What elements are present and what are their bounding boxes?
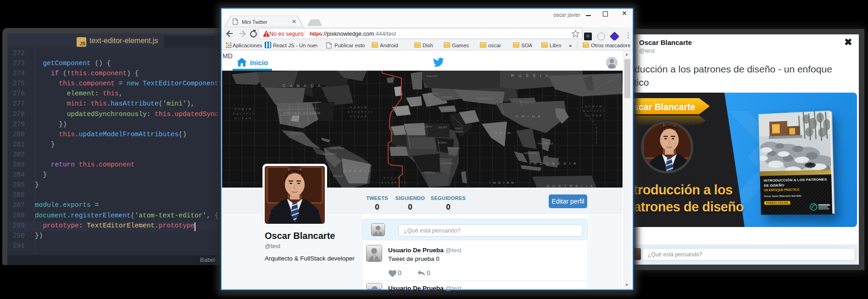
svg-text:IRAN: IRAN bbox=[465, 117, 471, 120]
svg-text:UNITED STATES: UNITED STATES bbox=[284, 111, 321, 115]
svg-text:A T L A N T I C: A T L A N T I C bbox=[381, 181, 406, 184]
svg-text:I N D I A N: I N D I A N bbox=[490, 181, 515, 184]
svg-text:P A C I F I C: P A C I F I C bbox=[233, 112, 255, 115]
svg-text:B R A Z I L: B R A Z I L bbox=[344, 169, 371, 173]
svg-text:O C E A N: O C E A N bbox=[585, 114, 602, 117]
svg-text:MEXICO: MEXICO bbox=[290, 132, 300, 135]
svg-text:O C E A N: O C E A N bbox=[234, 116, 251, 120]
svg-text:TURKEY: TURKEY bbox=[442, 108, 453, 111]
svg-text:R U S S I A: R U S S I A bbox=[511, 73, 550, 78]
svg-text:POLAND: POLAND bbox=[428, 92, 438, 95]
svg-text:N O R T H: N O R T H bbox=[234, 107, 251, 111]
svg-text:C A N A D A: C A N A D A bbox=[283, 83, 322, 88]
svg-text:COLOMBIA: COLOMBIA bbox=[323, 153, 336, 155]
svg-text:UKRAINE: UKRAINE bbox=[441, 96, 452, 99]
svg-text:I N D O N E S I A: I N D O N E S I A bbox=[529, 161, 577, 166]
svg-text:MALAYSIA: MALAYSIA bbox=[524, 152, 536, 155]
svg-text:P A C I F I C: P A C I F I C bbox=[583, 109, 605, 112]
svg-text:EGYPT: EGYPT bbox=[439, 126, 447, 129]
svg-text:KAZAKHSTAN: KAZAKHSTAN bbox=[477, 97, 493, 100]
svg-text:MONGOLIA: MONGOLIA bbox=[520, 101, 534, 104]
svg-text:SAUDI: SAUDI bbox=[455, 127, 463, 130]
svg-text:C H I N A: C H I N A bbox=[516, 114, 541, 118]
svg-text:A T L A N T I C: A T L A N T I C bbox=[347, 110, 373, 113]
svg-text:FINLAND: FINLAND bbox=[427, 75, 438, 78]
svg-text:SUDAN: SUDAN bbox=[438, 141, 446, 144]
svg-text:ARABIA: ARABIA bbox=[454, 130, 464, 133]
svg-text:Oscar Blancarte: Oscar Blancarte bbox=[627, 102, 696, 112]
svg-text:N O R T H: N O R T H bbox=[350, 105, 367, 109]
svg-text:ANGOLA: ANGOLA bbox=[424, 171, 434, 174]
svg-text:PHILIPPINES: PHILIPPINES bbox=[538, 142, 553, 145]
svg-text:A U S T R A L I A: A U S T R A L I A bbox=[547, 184, 594, 188]
svg-text:TANZANIA: TANZANIA bbox=[441, 162, 453, 165]
svg-text:O C E A N: O C E A N bbox=[350, 115, 367, 118]
svg-text:?: ? bbox=[377, 231, 379, 236]
svg-text:VENEZUELA: VENEZUELA bbox=[329, 147, 345, 150]
svg-text:S O U T H: S O U T H bbox=[384, 176, 400, 179]
svg-text:N O R T H: N O R T H bbox=[584, 105, 602, 108]
svg-text:?: ? bbox=[373, 255, 376, 260]
svg-text:ETHIOPIA: ETHIOPIA bbox=[448, 147, 460, 150]
svg-text:I N D I A: I N D I A bbox=[491, 131, 511, 135]
svg-text:BOLIVIA: BOLIVIA bbox=[333, 175, 343, 177]
svg-text:LIBYA: LIBYA bbox=[425, 125, 432, 128]
